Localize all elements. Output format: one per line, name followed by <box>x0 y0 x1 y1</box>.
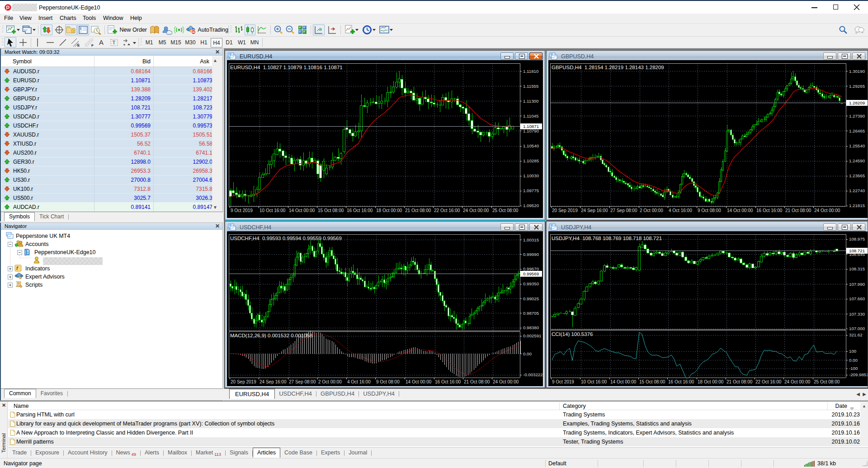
svg-text:24 Oct 00:00: 24 Oct 00:00 <box>463 208 489 213</box>
svg-text:107.660: 107.660 <box>849 296 865 301</box>
svg-text:2 Oct 00:00: 2 Oct 00:00 <box>640 208 663 213</box>
svg-text:9 Oct 2019: 9 Oct 2019 <box>552 379 574 384</box>
svg-text:107.330: 107.330 <box>849 312 865 317</box>
svg-text:MACD(12,26,9) 0.001532 0.00105: MACD(12,26,9) 0.001532 0.001058 <box>230 333 312 338</box>
svg-text:14 Oct 00:00: 14 Oct 00:00 <box>610 379 637 384</box>
svg-text:4 Oct 16:00: 4 Oct 16:00 <box>347 379 371 384</box>
svg-text:9 Oct 2019: 9 Oct 2019 <box>231 208 253 213</box>
svg-text:1.10285: 1.10285 <box>523 158 539 163</box>
svg-text:1.09520: 1.09520 <box>523 203 539 208</box>
svg-text:21 Oct 08:00: 21 Oct 08:00 <box>726 379 753 384</box>
svg-text:15 Oct 08:00: 15 Oct 08:00 <box>318 208 344 213</box>
svg-text:-0.003222: -0.003222 <box>523 372 543 377</box>
svg-text:1.11810: 1.11810 <box>523 69 539 74</box>
svg-text:T: T <box>113 40 116 45</box>
svg-text:1.28209: 1.28209 <box>849 100 865 105</box>
svg-text:1.29265: 1.29265 <box>849 84 865 89</box>
svg-text:0.99670: 0.99670 <box>523 266 539 271</box>
svg-text:21 Oct 08:00: 21 Oct 08:00 <box>405 208 431 213</box>
svg-text:0.99025: 0.99025 <box>523 296 539 301</box>
svg-text:16 Oct 16:00: 16 Oct 16:00 <box>756 208 783 213</box>
svg-text:16 Oct 16:00: 16 Oct 16:00 <box>347 208 373 213</box>
svg-text:A: A <box>99 38 104 46</box>
svg-text:107.000: 107.000 <box>849 326 865 331</box>
svg-text:22 Oct 16:00: 22 Oct 16:00 <box>434 208 460 213</box>
svg-text:321.62: 321.62 <box>849 332 863 337</box>
svg-text:1.10030: 1.10030 <box>523 173 539 178</box>
svg-text:25 Oct 08:00: 25 Oct 08:00 <box>492 208 519 213</box>
svg-text:1.11300: 1.11300 <box>523 99 539 104</box>
svg-text:0.98380: 0.98380 <box>523 325 539 330</box>
svg-text:F: F <box>91 43 94 47</box>
svg-text:27 Sep 08:00: 27 Sep 08:00 <box>289 379 316 384</box>
svg-text:CCI(14) 100.5376: CCI(14) 100.5376 <box>552 331 593 337</box>
svg-text:1.25540: 1.25540 <box>849 143 865 148</box>
svg-text:108.721: 108.721 <box>849 248 865 253</box>
svg-text:10 Oct 16:00: 10 Oct 16:00 <box>259 208 286 213</box>
svg-text:1.26465: 1.26465 <box>849 128 865 133</box>
svg-text:21 Oct 08:00: 21 Oct 08:00 <box>464 379 490 384</box>
svg-text:18 Oct 00:00: 18 Oct 00:00 <box>698 379 724 384</box>
svg-text:0.99569: 0.99569 <box>523 271 539 276</box>
svg-text:1.30190: 1.30190 <box>849 69 865 74</box>
svg-text:1.22740: 1.22740 <box>849 188 865 193</box>
svg-text:24 Oct 00:00: 24 Oct 00:00 <box>814 208 840 213</box>
svg-text:107.990: 107.990 <box>849 282 865 287</box>
svg-text:1.27390: 1.27390 <box>849 113 865 118</box>
svg-text:0.002591: 0.002591 <box>523 333 541 338</box>
svg-text:0.00: 0.00 <box>849 358 858 363</box>
svg-text:15 Oct 08:00: 15 Oct 08:00 <box>639 379 665 384</box>
svg-text:1.21815: 1.21815 <box>849 203 865 208</box>
svg-text:-209.9851: -209.9851 <box>849 372 868 377</box>
svg-text:25 Oct 08:00: 25 Oct 08:00 <box>814 379 840 384</box>
svg-text:1.10871: 1.10871 <box>523 124 539 129</box>
svg-text:1.00315: 1.00315 <box>523 237 539 242</box>
svg-text:GBPUSD,H4 1.28154 1.28219 1.2: GBPUSD,H4 1.28154 1.28219 1.28143 1.2820… <box>552 65 664 70</box>
svg-text:1.09775: 1.09775 <box>523 188 539 193</box>
svg-text:1.24590: 1.24590 <box>849 158 865 163</box>
svg-text:16 Oct 16:00: 16 Oct 16:00 <box>435 379 461 384</box>
svg-text:14 Oct 00:00: 14 Oct 00:00 <box>289 208 315 213</box>
svg-text:4 Oct 16:00: 4 Oct 16:00 <box>669 208 692 213</box>
svg-text:21 Oct 08:00: 21 Oct 08:00 <box>785 208 811 213</box>
svg-text:USDCHF,H4 0.99593 0.99594 0.9: USDCHF,H4 0.99593 0.99594 0.99559 0.9956… <box>230 236 342 241</box>
svg-text:9 Oct 08:00: 9 Oct 08:00 <box>698 208 721 213</box>
svg-text:0.00: 0.00 <box>523 351 532 356</box>
svg-text:24 Sep 16:00: 24 Sep 16:00 <box>259 379 287 384</box>
svg-text:0.99350: 0.99350 <box>523 281 539 286</box>
svg-text:20 Sep 2019: 20 Sep 2019 <box>552 208 578 213</box>
svg-text:2 Oct 00:00: 2 Oct 00:00 <box>318 379 342 384</box>
svg-text:108.315: 108.315 <box>849 266 865 271</box>
svg-text:E: E <box>77 43 80 47</box>
svg-text:14 Oct 00:00: 14 Oct 00:00 <box>406 379 432 384</box>
svg-text:100: 100 <box>849 349 857 354</box>
svg-text:16 Oct 16:00: 16 Oct 16:00 <box>668 379 694 384</box>
svg-text:22 Oct 16:00: 22 Oct 16:00 <box>755 379 782 384</box>
svg-text:24 Oct 00:00: 24 Oct 00:00 <box>784 379 811 384</box>
svg-text:0.98705: 0.98705 <box>523 311 539 316</box>
svg-text:1.23665: 1.23665 <box>849 173 865 178</box>
svg-text:20 Sep 2019: 20 Sep 2019 <box>231 379 256 384</box>
svg-text:EURUSD,H4 1.10827 1.10879 1.1: EURUSD,H4 1.10827 1.10879 1.10816 1.1087… <box>230 65 343 70</box>
svg-text:USDJPY,H4 108.768 108.769 108: USDJPY,H4 108.768 108.769 108.718 108.72… <box>552 236 662 241</box>
svg-text:24 Sep 16:00: 24 Sep 16:00 <box>581 208 608 213</box>
svg-text:1.11555: 1.11555 <box>523 84 538 89</box>
svg-text:1.10540: 1.10540 <box>523 143 539 148</box>
svg-text:14 Oct 00:00: 14 Oct 00:00 <box>727 208 753 213</box>
svg-text:9 Oct 08:00: 9 Oct 08:00 <box>376 379 400 384</box>
svg-text:27 Sep 08:00: 27 Sep 08:00 <box>610 208 637 213</box>
svg-text:1.11045: 1.11045 <box>523 113 538 118</box>
svg-text:24 Oct 00:00: 24 Oct 00:00 <box>493 379 519 384</box>
svg-text:18 Oct 00:00: 18 Oct 00:00 <box>376 208 402 213</box>
svg-text:-100: -100 <box>849 366 858 371</box>
svg-text:0.99990: 0.99990 <box>523 252 539 257</box>
svg-text:10 Oct 16:00: 10 Oct 16:00 <box>581 379 607 384</box>
svg-text:108.975: 108.975 <box>849 236 865 241</box>
